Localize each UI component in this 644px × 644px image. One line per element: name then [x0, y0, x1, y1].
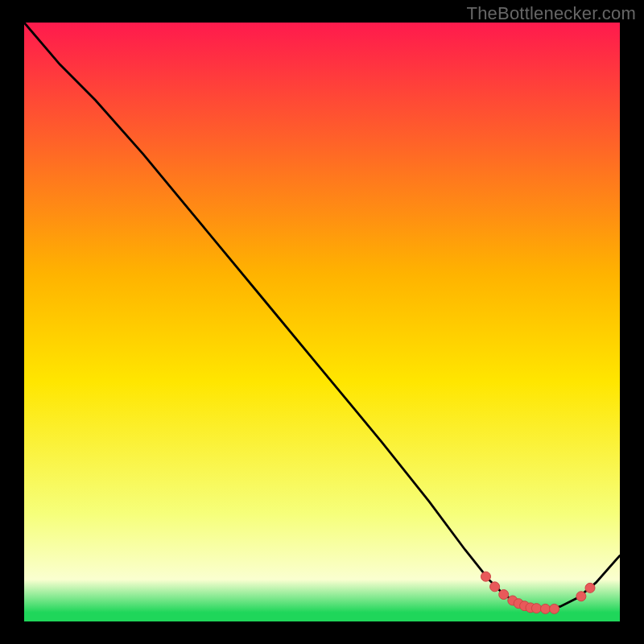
- chart-svg: [24, 23, 620, 621]
- marker-dot: [531, 604, 541, 613]
- marker-dot: [585, 583, 595, 592]
- watermark-text: TheBottlenecker.com: [467, 3, 636, 24]
- marker-dot: [481, 572, 491, 581]
- plot-area: [24, 23, 620, 621]
- marker-dot: [541, 604, 551, 613]
- marker-dot: [550, 604, 559, 613]
- marker-dot: [499, 590, 509, 600]
- gradient-background: [24, 23, 620, 621]
- marker-dot: [490, 582, 500, 592]
- chart-frame: TheBottlenecker.com: [0, 0, 644, 644]
- marker-dot: [576, 592, 586, 601]
